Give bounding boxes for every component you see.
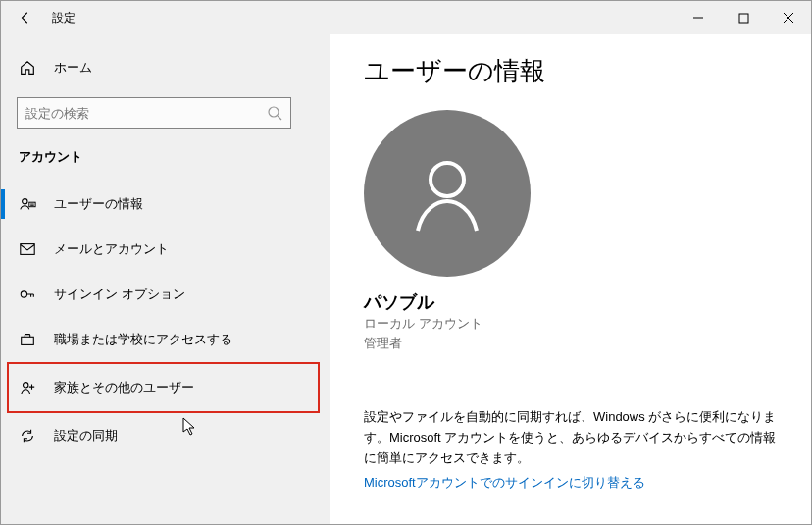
mail-icon bbox=[19, 240, 36, 258]
avatar bbox=[364, 110, 531, 277]
search-input-wrap[interactable] bbox=[17, 97, 291, 129]
svg-point-4 bbox=[23, 199, 27, 204]
window-title: 設定 bbox=[52, 10, 76, 26]
account-role: 管理者 bbox=[364, 334, 778, 353]
svg-point-9 bbox=[21, 291, 26, 297]
svg-point-12 bbox=[431, 163, 464, 196]
sync-description: 設定やファイルを自動的に同期すれば、Windows がさらに便利になります。Mi… bbox=[364, 407, 778, 468]
svg-rect-10 bbox=[22, 337, 34, 344]
home-button[interactable]: ホーム bbox=[1, 48, 330, 87]
maximize-button[interactable] bbox=[721, 2, 766, 33]
svg-point-2 bbox=[269, 107, 279, 117]
account-type: ローカル アカウント bbox=[364, 314, 778, 334]
minimize-button[interactable] bbox=[676, 2, 721, 33]
sidebar-item-sync-settings[interactable]: 設定の同期 bbox=[1, 413, 330, 458]
content-panel: ユーザーの情報 パソブル ローカル アカウント 管理者 設定やファイルを自動的に… bbox=[330, 34, 811, 524]
sidebar-item-signin-options[interactable]: サインイン オプション bbox=[1, 272, 330, 317]
home-label: ホーム bbox=[54, 59, 92, 77]
home-icon bbox=[19, 59, 36, 77]
sidebar-item-work-school[interactable]: 職場または学校にアクセスする bbox=[1, 317, 330, 362]
section-title: アカウント bbox=[1, 140, 330, 182]
sidebar-item-label: 家族とその他のユーザー bbox=[54, 379, 194, 396]
switch-to-ms-account-link[interactable]: Microsoftアカウントでのサインインに切り替える bbox=[364, 474, 645, 492]
sidebar-item-label: 設定の同期 bbox=[54, 427, 118, 445]
svg-rect-8 bbox=[21, 244, 34, 255]
person-badge-icon bbox=[19, 195, 36, 213]
search-input[interactable] bbox=[25, 106, 267, 121]
sync-icon bbox=[19, 427, 36, 445]
person-add-icon bbox=[19, 379, 36, 396]
sidebar-item-email-accounts[interactable]: メールとアカウント bbox=[1, 227, 330, 272]
sidebar: ホーム アカウント ユーザーの情報 bbox=[1, 34, 330, 524]
svg-point-11 bbox=[24, 383, 28, 388]
sidebar-item-family-other-users[interactable]: 家族とその他のユーザー bbox=[7, 362, 320, 413]
back-button[interactable] bbox=[17, 9, 34, 26]
page-title: ユーザーの情報 bbox=[364, 54, 778, 88]
close-button[interactable] bbox=[766, 2, 811, 33]
sidebar-item-label: ユーザーの情報 bbox=[54, 195, 143, 213]
svg-line-3 bbox=[278, 116, 281, 120]
sidebar-item-label: メールとアカウント bbox=[54, 240, 169, 258]
username: パソブル bbox=[364, 290, 778, 314]
search-icon bbox=[267, 105, 282, 121]
sidebar-item-label: サインイン オプション bbox=[54, 286, 185, 303]
briefcase-icon bbox=[19, 331, 36, 348]
key-icon bbox=[19, 286, 36, 303]
sidebar-item-your-info[interactable]: ユーザーの情報 bbox=[1, 182, 330, 227]
titlebar: 設定 bbox=[1, 1, 811, 34]
svg-rect-1 bbox=[739, 14, 748, 23]
sidebar-item-label: 職場または学校にアクセスする bbox=[54, 331, 232, 348]
